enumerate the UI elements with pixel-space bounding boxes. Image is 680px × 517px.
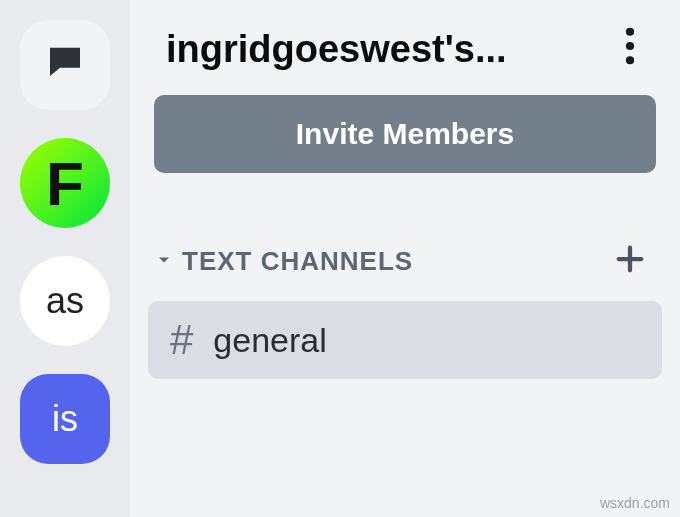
text-channels-toggle[interactable]: TEXT CHANNELS: [154, 246, 413, 277]
add-channel-button[interactable]: [608, 239, 652, 283]
channel-sidebar: ingridgoeswest's... Invite Members TEXT …: [130, 0, 680, 517]
plus-icon: [613, 242, 647, 280]
channel-item-general[interactable]: # general: [148, 301, 662, 379]
more-vertical-icon: [625, 27, 635, 73]
server-menu-button[interactable]: [610, 30, 650, 70]
watermark: wsxdn.com: [600, 495, 670, 511]
section-label: TEXT CHANNELS: [182, 246, 413, 277]
server-header: ingridgoeswest's...: [130, 0, 680, 95]
svg-point-2: [626, 56, 634, 64]
invite-members-button[interactable]: Invite Members: [154, 95, 656, 173]
server-item-3[interactable]: is: [20, 374, 110, 464]
text-channels-header: TEXT CHANNELS: [130, 183, 680, 295]
invite-row: Invite Members: [130, 95, 680, 183]
server-item-label: as: [46, 280, 84, 322]
svg-point-1: [626, 41, 634, 49]
server-dm-button[interactable]: [20, 20, 110, 110]
server-rail: F as is: [0, 0, 130, 517]
hash-icon: #: [170, 319, 193, 361]
server-item-label: F: [46, 148, 84, 219]
chat-bubble-icon: [42, 41, 88, 90]
server-item-label: is: [52, 398, 78, 440]
server-item-1[interactable]: F: [20, 138, 110, 228]
channel-name: general: [213, 321, 326, 360]
chevron-down-icon: [154, 246, 174, 277]
server-title: ingridgoeswest's...: [166, 28, 507, 71]
server-item-2[interactable]: as: [20, 256, 110, 346]
svg-point-0: [626, 27, 634, 35]
